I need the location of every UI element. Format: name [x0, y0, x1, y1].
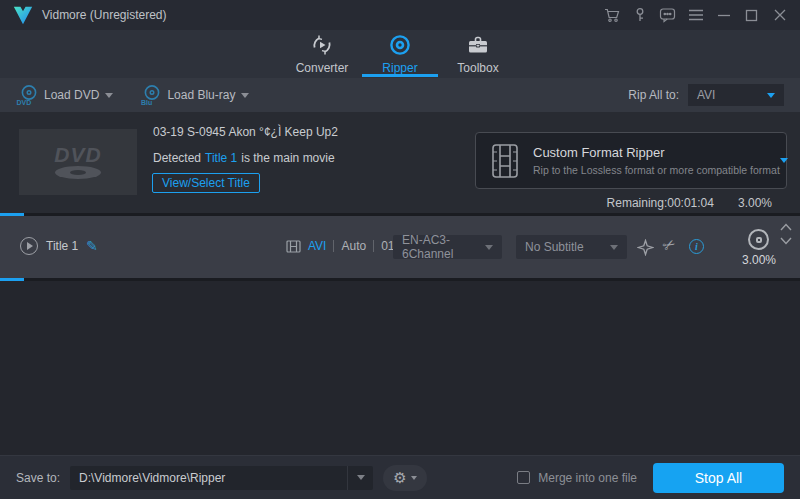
save-path-input[interactable]: [70, 466, 347, 490]
stop-title-button[interactable]: [748, 229, 769, 250]
dvd-logo-text: DVD: [54, 145, 101, 165]
remaining-row: Remaining:00:01:04 3.00%: [607, 196, 772, 210]
load-dvd-button[interactable]: DVD Load DVD: [16, 84, 113, 106]
view-select-title-button[interactable]: View/Select Title: [152, 173, 260, 193]
profile-title: Custom Format Ripper: [533, 145, 780, 160]
title-progress-bar: [0, 278, 800, 281]
stop-all-button[interactable]: Stop All: [653, 463, 784, 493]
film-strip-icon: [490, 143, 520, 179]
load-bluray-label: Load Blu-ray: [167, 88, 235, 102]
quality-value: Auto: [341, 239, 366, 253]
ripper-disc-icon: [388, 33, 412, 57]
scroll-chevrons[interactable]: [780, 223, 792, 245]
vidmore-logo-icon: [12, 4, 34, 26]
load-dvd-caret-icon: [105, 93, 113, 98]
detected-prefix: Detected: [153, 151, 201, 165]
save-path-dropdown-button[interactable]: [347, 466, 373, 490]
film-small-icon: [286, 240, 301, 253]
rip-all-format-value: AVI: [697, 88, 715, 102]
footer-bar: Save to: ⚙ Merge into one file Stop All: [0, 455, 800, 499]
tab-ripper-label: Ripper: [382, 61, 417, 75]
gear-icon: ⚙: [393, 470, 406, 485]
title-percent: 3.00%: [737, 253, 781, 267]
rip-all-format-select[interactable]: AVI: [688, 84, 784, 106]
minimize-icon[interactable]: [715, 7, 732, 24]
svg-text:DVD: DVD: [17, 99, 32, 106]
merge-checkbox[interactable]: [517, 471, 530, 484]
title-name: Title 1: [46, 239, 78, 253]
register-key-icon[interactable]: [631, 7, 648, 24]
profile-caret-icon: [780, 158, 788, 163]
tab-converter[interactable]: Converter: [287, 30, 357, 78]
detected-title-link[interactable]: Title 1: [205, 151, 237, 165]
toolbox-icon: [466, 33, 490, 57]
rip-all-caret-icon: [767, 93, 775, 98]
detected-line: Detected Title 1 is the main movie: [153, 151, 335, 165]
converter-icon: [310, 33, 334, 57]
media-info-section: DVD 03-19 S-0945 Akon °¢¿Ì Keep Up2 Dete…: [0, 112, 800, 213]
profile-subtitle: Rip to the Lossless format or more compa…: [533, 164, 780, 176]
edit-effect-wand-icon[interactable]: [637, 239, 654, 256]
audio-caret-icon: [485, 245, 493, 250]
save-path-combo: [70, 466, 373, 490]
chevron-down-icon: [780, 237, 792, 245]
ripper-toolbar: DVD Load DVD Blu Load Blu-ray Rip All to…: [0, 78, 800, 112]
rip-all-to-label: Rip All to:: [628, 88, 679, 102]
separator: [373, 240, 374, 252]
remaining-time: Remaining:00:01:04: [607, 196, 714, 210]
audio-track-value: EN-AC3-6Channel: [402, 233, 485, 261]
feedback-icon[interactable]: [659, 7, 676, 24]
save-to-label: Save to:: [16, 471, 60, 485]
info-icon[interactable]: i: [689, 239, 704, 254]
subtitle-select[interactable]: No Subtitle: [516, 235, 627, 259]
settings-button[interactable]: ⚙: [383, 465, 427, 491]
load-bluray-button[interactable]: Blu Load Blu-ray: [139, 84, 249, 106]
main-tabbar: Converter Ripper Toolbox: [0, 30, 800, 78]
maximize-icon[interactable]: [743, 7, 760, 24]
dvd-disc-icon: DVD: [16, 84, 38, 106]
tab-ripper[interactable]: Ripper: [365, 30, 435, 78]
settings-caret-icon: [411, 476, 417, 480]
cut-scissors-icon[interactable]: ✂: [659, 234, 679, 256]
custom-format-ripper-panel[interactable]: Custom Format Ripper Rip to the Lossless…: [475, 132, 787, 189]
tab-toolbox[interactable]: Toolbox: [443, 30, 513, 78]
merge-option: Merge into one file: [517, 471, 637, 485]
merge-label: Merge into one file: [538, 471, 637, 485]
dvd-logo-disc-icon: [55, 166, 101, 179]
title-progress-fill: [0, 278, 24, 281]
subtitle-caret-icon: [610, 245, 618, 250]
bluray-disc-icon: Blu: [139, 84, 161, 106]
save-path-caret-icon: [357, 475, 365, 480]
subtitle-value: No Subtitle: [525, 240, 584, 254]
menu-icon[interactable]: [687, 7, 704, 24]
cart-icon[interactable]: [603, 7, 620, 24]
app-title: Vidmore (Unregistered): [42, 8, 167, 22]
tab-converter-label: Converter: [296, 61, 349, 75]
svg-text:Blu: Blu: [141, 99, 152, 106]
overall-percent: 3.00%: [738, 196, 772, 210]
rename-edit-icon[interactable]: ✎: [86, 239, 98, 253]
titlebar: Vidmore (Unregistered): [0, 0, 800, 30]
disc-title: 03-19 S-0945 Akon °¢¿Ì Keep Up2: [153, 125, 338, 139]
title-row[interactable]: Title 1 ✎ AVI Auto 01:43:23 EN-AC3-6Chan…: [0, 216, 800, 278]
load-dvd-label: Load DVD: [44, 88, 99, 102]
tab-toolbox-label: Toolbox: [457, 61, 498, 75]
detected-suffix: is the main movie: [241, 151, 334, 165]
load-bluray-caret-icon: [241, 93, 249, 98]
audio-track-select[interactable]: EN-AC3-6Channel: [393, 235, 502, 259]
play-preview-button[interactable]: [20, 237, 38, 255]
separator: [333, 240, 334, 252]
output-format-value: AVI: [308, 239, 326, 253]
close-icon[interactable]: [771, 7, 788, 24]
dvd-thumbnail: DVD: [19, 129, 137, 195]
chevron-up-icon: [780, 223, 792, 231]
